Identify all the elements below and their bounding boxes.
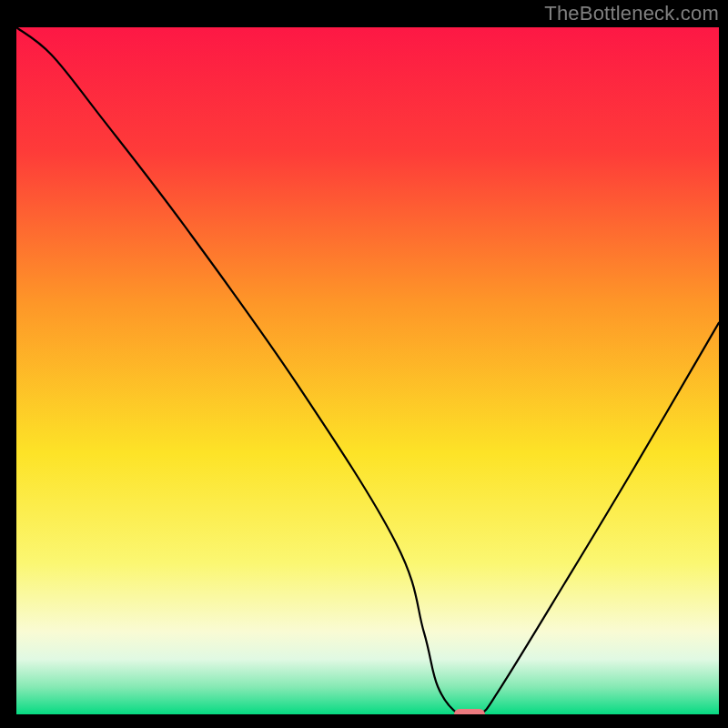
plot-area (16, 27, 719, 714)
chart-svg (16, 27, 719, 714)
chart-frame: TheBottleneck.com (0, 0, 728, 728)
optimal-marker (454, 709, 485, 714)
chart-background (16, 27, 719, 714)
watermark-text: TheBottleneck.com (544, 2, 719, 25)
